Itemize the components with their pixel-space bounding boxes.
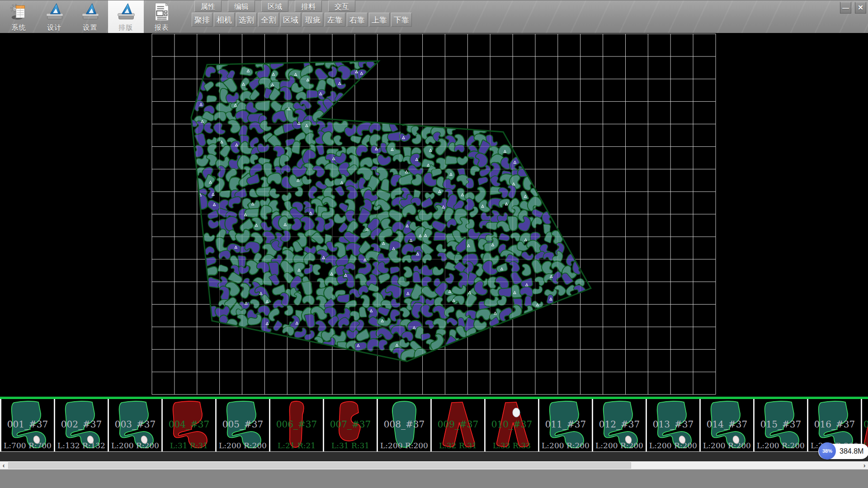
piece-lr-count: L:21 R:21 [270, 441, 323, 450]
piece-lr-count: L:32 R:31 [432, 441, 484, 450]
action-button-2[interactable]: 选割 [236, 13, 257, 27]
piece-number: 002_#37 [55, 419, 108, 430]
piece-lr-count: L:200 R:200 [701, 441, 753, 450]
launcher-toolbar: 系统 设计 设置 排版 [1, 0, 179, 33]
piece-lr-count: L:200 R:200 [593, 441, 646, 450]
piece-lr-count: L:200 R:200 [109, 441, 161, 450]
piece-number: 005_#37 [217, 419, 269, 430]
piece-thumb-11[interactable]: 011_#37L:200 R:200 [539, 399, 593, 451]
piece-lr-count: L:200 R:200 [217, 441, 269, 450]
piece-lr-count: L:200 R:200 [539, 441, 592, 450]
piece-thumb-1[interactable]: 001_#37L:700 R:700 [0, 399, 55, 451]
close-button[interactable]: ✕ [855, 2, 866, 14]
piece-number: 016_#37 [808, 419, 861, 430]
launcher-item-3[interactable]: 排版 [108, 0, 144, 33]
launcher-item-label: 设计 [37, 23, 72, 32]
piece-number: 009_#37 [432, 419, 484, 430]
piece-number: 011_#37 [539, 419, 592, 430]
piece-lr-count: L:33 R:33 [486, 441, 538, 450]
piece-number: 010_#37 [486, 419, 538, 430]
menu-item-1[interactable]: 编辑 [228, 0, 255, 12]
action-button-5[interactable]: 瑕疵 [302, 13, 323, 27]
launcher-item-label: 设置 [72, 23, 108, 32]
action-button-8[interactable]: 上靠 [369, 13, 390, 27]
launcher-item-label: 排版 [108, 23, 144, 32]
piece-thumb-12[interactable]: 012_#37L:200 R:200 [593, 399, 647, 451]
action-button-3[interactable]: 全割 [258, 13, 279, 27]
piece-number: 006_#37 [270, 419, 323, 430]
piece-number: 003_#37 [109, 419, 161, 430]
progress-circle: 38% [819, 442, 836, 460]
piece-lr-count: L:132 R:132 [55, 441, 108, 450]
piece-thumb-4[interactable]: 004_#37L:31 R:31 [163, 399, 217, 451]
menu-item-4[interactable]: 交互 [328, 0, 355, 12]
piece-thumb-10[interactable]: 010_#37L:33 R:33 [486, 399, 539, 451]
launcher-item-0[interactable]: 系统 [1, 0, 37, 33]
piece-thumb-14[interactable]: 014_#37L:200 R:200 [701, 399, 755, 451]
action-button-1[interactable]: 相机 [214, 13, 235, 27]
memory-value: 384.8M [840, 447, 863, 455]
piece-number: 007_#37 [324, 419, 377, 430]
piece-thumbnails: 001_#37L:700 R:700 002_#37L:132 R:132 00… [0, 399, 868, 452]
action-button-7[interactable]: 右靠 [347, 13, 368, 27]
piece-lr-count: L:200 R:200 [755, 441, 807, 450]
piece-thumb-13[interactable]: 013_#37L:200 R:200 [647, 399, 701, 451]
piece-thumb-9[interactable]: 009_#37L:32 R:31 [432, 399, 486, 451]
action-button-4[interactable]: 区域 [280, 13, 301, 27]
piece-thumb-2[interactable]: 002_#37L:132 R:132 [55, 399, 109, 451]
piece-thumb-5[interactable]: 005_#37L:200 R:200 [217, 399, 270, 451]
launcher-item-label: 报表 [144, 23, 179, 32]
scrollbar-thumb[interactable] [8, 462, 631, 469]
action-button-6[interactable]: 左靠 [325, 13, 345, 27]
piece-lr-count: L:31 R:31 [324, 441, 377, 450]
action-button-0[interactable]: 聚排 [192, 13, 212, 27]
launcher-item-4[interactable]: 报表 [144, 0, 179, 33]
minimize-button[interactable]: — [840, 2, 851, 14]
titlebar: 系统 设计 设置 排版 [0, 0, 868, 33]
piece-number: 004_#37 [163, 419, 215, 430]
menu-item-3[interactable]: 排料 [295, 0, 322, 12]
piece-lr-count: L:200 R:200 [647, 441, 699, 450]
pieces-filmstrip: 001_#37L:700 R:700 002_#37L:132 R:132 00… [0, 397, 868, 461]
menu-bar: 属性编辑区域排料交互 [194, 0, 355, 12]
scroll-left-arrow[interactable]: ‹ [0, 462, 7, 469]
window-controls: — ✕ [840, 2, 866, 14]
piece-number: 001_#37 [1, 419, 54, 430]
launcher-item-2[interactable]: 设置 [72, 0, 108, 33]
status-bar [0, 469, 868, 488]
piece-number: 008_#37 [378, 419, 430, 430]
piece-number: 0 [862, 419, 868, 430]
piece-thumb-6[interactable]: 006_#37L:21 R:21 [270, 399, 324, 451]
piece-number: 012_#37 [593, 419, 646, 430]
launcher-item-1[interactable]: 设计 [37, 0, 72, 33]
piece-thumb-15[interactable]: 015_#37L:200 R:200 [755, 399, 808, 451]
action-button-9[interactable]: 下靠 [391, 13, 412, 27]
piece-number: 013_#37 [647, 419, 699, 430]
piece-number: 014_#37 [701, 419, 753, 430]
horizontal-scrollbar[interactable]: ‹ › [0, 461, 868, 469]
piece-number: 015_#37 [755, 419, 807, 430]
piece-thumb-3[interactable]: 003_#37L:200 R:200 [109, 399, 163, 451]
piece-lr-count: L:200 R:200 [378, 441, 430, 450]
memory-badge: 38% 384.8M [818, 444, 868, 459]
menu-item-2[interactable]: 区域 [261, 0, 288, 12]
launcher-item-label: 系统 [1, 23, 37, 32]
piece-lr-count: L:31 R:31 [163, 441, 215, 450]
nesting-drawing [0, 33, 868, 397]
action-toolbar: 聚排相机选割全割区域瑕疵左靠右靠上靠下靠 [192, 13, 412, 27]
piece-lr-count: L:700 R:700 [1, 441, 54, 450]
nesting-canvas[interactable] [0, 33, 868, 397]
piece-thumb-7[interactable]: 007_#37L:31 R:31 [324, 399, 378, 451]
menu-item-0[interactable]: 属性 [194, 0, 222, 12]
scroll-right-arrow[interactable]: › [861, 462, 868, 469]
piece-thumb-8[interactable]: 008_#37L:200 R:200 [378, 399, 432, 451]
